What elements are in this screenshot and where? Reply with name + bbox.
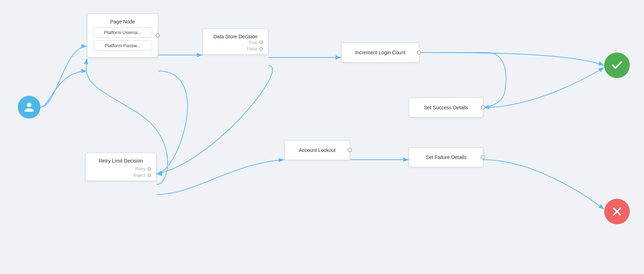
increment-output	[417, 50, 421, 55]
success-end-node[interactable]	[604, 53, 630, 78]
page-node-output	[156, 33, 160, 38]
x-icon	[611, 206, 623, 217]
success-details-label: Set Success Details	[421, 103, 471, 112]
failure-details-label: Set Failure Details	[423, 153, 469, 161]
person-icon	[23, 102, 35, 113]
data-store-title: Data Store Decision	[210, 32, 261, 41]
output-false-label: False	[247, 46, 257, 51]
failure-end-node[interactable]	[604, 199, 630, 224]
retry-limit-decision-node[interactable]: Retry Limit Decision Retry Reject	[85, 153, 156, 181]
output-retry-dot[interactable]	[147, 167, 151, 171]
output-true: True	[249, 40, 263, 45]
data-store-outputs: True False	[247, 40, 263, 51]
increment-login-count-node[interactable]: Increment Login Count	[341, 43, 419, 62]
check-icon	[611, 59, 623, 72]
output-false-dot[interactable]	[259, 47, 263, 51]
output-retry-label: Retry	[135, 166, 145, 171]
page-node-field-username[interactable]: Platform Userna...	[93, 27, 152, 38]
page-node-field-password[interactable]: Platform Passw...	[93, 40, 152, 51]
output-false: False	[247, 46, 263, 51]
output-retry: Retry	[135, 166, 151, 171]
output-reject: Reject	[133, 173, 151, 178]
start-node[interactable]	[18, 96, 41, 119]
account-lockout-label: Account Lockout	[296, 146, 339, 154]
failure-details-output	[481, 155, 485, 159]
output-reject-dot[interactable]	[147, 174, 151, 177]
account-lockout-node[interactable]: Account Lockout	[284, 140, 350, 160]
success-details-output	[481, 105, 485, 110]
output-true-dot[interactable]	[259, 41, 263, 44]
retry-limit-title: Retry Limit Decision	[96, 157, 146, 165]
retry-outputs: Retry Reject	[133, 166, 151, 178]
account-lockout-output	[348, 148, 352, 152]
increment-label: Increment Login Count	[352, 48, 408, 57]
set-success-details-node[interactable]: Set Success Details	[409, 98, 483, 117]
page-node[interactable]: Page Node Platform Userna... Platform Pa…	[87, 13, 158, 57]
output-reject-label: Reject	[133, 173, 145, 178]
set-failure-details-node[interactable]: Set Failure Details	[409, 147, 483, 167]
data-store-decision-node[interactable]: Data Store Decision True False	[203, 28, 268, 55]
page-node-title: Page Node	[107, 17, 138, 26]
output-true-label: True	[249, 40, 257, 45]
